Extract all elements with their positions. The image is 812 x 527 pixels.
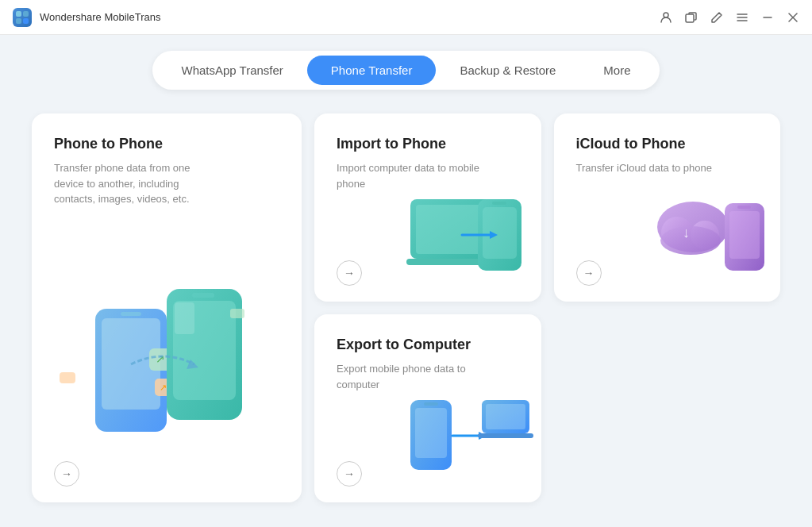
svg-rect-30	[483, 207, 517, 259]
menu-button[interactable]	[736, 11, 749, 24]
app-title: Wondershare MobileTrans	[40, 11, 160, 23]
svg-rect-0	[16, 11, 21, 17]
svg-rect-45	[482, 400, 529, 433]
card-icloud-arrow[interactable]: →	[576, 260, 602, 286]
card-icloud-desc: Transfer iCloud data to phone	[576, 160, 719, 176]
svg-rect-2	[16, 18, 21, 24]
icloud-illustration: ↓	[645, 187, 772, 294]
svg-marker-32	[490, 231, 498, 239]
app-icon	[13, 8, 32, 27]
svg-text:↓: ↓	[683, 225, 690, 240]
svg-rect-1	[23, 11, 29, 17]
svg-rect-12	[95, 309, 167, 432]
main-content: WhatsApp Transfer Phone Transfer Backup …	[0, 35, 812, 527]
svg-rect-39	[729, 211, 760, 259]
svg-rect-24	[60, 372, 75, 383]
card-import-arrow[interactable]: →	[337, 260, 362, 286]
card-export-title: Export to Computer	[337, 337, 519, 353]
card-export-arrow[interactable]: →	[337, 461, 362, 487]
svg-rect-19	[167, 289, 242, 420]
svg-rect-26	[410, 199, 498, 259]
card-phone-to-phone[interactable]: Phone to Phone Transfer phone data from …	[32, 113, 302, 502]
svg-rect-46	[486, 404, 525, 429]
svg-text:↗: ↗	[160, 383, 167, 392]
card-phone-to-phone-arrow[interactable]: →	[54, 461, 79, 487]
svg-marker-23	[187, 360, 198, 369]
svg-rect-17	[155, 379, 180, 396]
svg-rect-29	[478, 199, 521, 271]
svg-point-4	[664, 13, 668, 17]
close-button[interactable]	[787, 11, 799, 24]
card-phone-to-phone-title: Phone to Phone	[54, 136, 279, 152]
card-export-to-computer[interactable]: Export to Computer Export mobile phone d…	[314, 314, 541, 502]
tab-phone[interactable]: Phone Transfer	[307, 56, 437, 85]
svg-rect-3	[23, 18, 29, 24]
tab-more[interactable]: More	[579, 56, 654, 85]
card-phone-to-phone-desc: Transfer phone data from one device to a…	[54, 160, 197, 207]
svg-rect-20	[173, 301, 236, 400]
svg-rect-5	[686, 14, 694, 22]
title-bar: Wondershare MobileTrans	[0, 0, 812, 35]
svg-point-35	[691, 221, 719, 249]
tab-whatsapp[interactable]: WhatsApp Transfer	[157, 56, 306, 85]
minimize-button[interactable]	[761, 11, 774, 24]
svg-rect-21	[192, 293, 214, 298]
phone-to-phone-illustration: ↗ ↗	[48, 277, 302, 455]
duplicate-button[interactable]	[685, 11, 698, 24]
svg-rect-22	[175, 302, 194, 334]
svg-marker-44	[479, 432, 487, 440]
title-bar-left: Wondershare MobileTrans	[13, 8, 160, 27]
export-illustration	[406, 388, 533, 494]
svg-rect-31	[492, 202, 506, 205]
edit-button[interactable]	[710, 11, 723, 24]
svg-point-33	[657, 202, 729, 252]
svg-text:↗: ↗	[156, 352, 165, 365]
card-import-to-phone[interactable]: Import to Phone Import computer data to …	[314, 113, 541, 302]
svg-rect-40	[737, 206, 751, 209]
account-button[interactable]	[660, 11, 672, 24]
svg-rect-14	[121, 312, 141, 316]
svg-point-36	[660, 226, 721, 255]
svg-rect-25	[230, 309, 244, 318]
svg-rect-41	[410, 400, 452, 470]
svg-point-34	[661, 217, 693, 248]
title-bar-controls	[660, 11, 799, 24]
svg-rect-28	[406, 259, 502, 265]
tab-backup[interactable]: Backup & Restore	[436, 56, 579, 85]
svg-rect-42	[415, 408, 447, 458]
svg-rect-38	[725, 203, 764, 271]
cards-grid: Phone to Phone Transfer phone data from …	[32, 113, 780, 502]
svg-rect-43	[424, 402, 438, 406]
svg-rect-27	[416, 205, 492, 254]
svg-rect-47	[478, 433, 533, 438]
card-icloud-to-phone[interactable]: iCloud to Phone Transfer iCloud data to …	[554, 113, 781, 302]
svg-rect-15	[149, 348, 181, 371]
grid-spacer	[554, 314, 781, 502]
card-import-title: Import to Phone	[337, 136, 519, 152]
svg-rect-13	[102, 318, 160, 410]
nav-tabs: WhatsApp Transfer Phone Transfer Backup …	[152, 51, 659, 90]
import-illustration	[406, 187, 533, 294]
card-icloud-title: iCloud to Phone	[576, 136, 759, 152]
